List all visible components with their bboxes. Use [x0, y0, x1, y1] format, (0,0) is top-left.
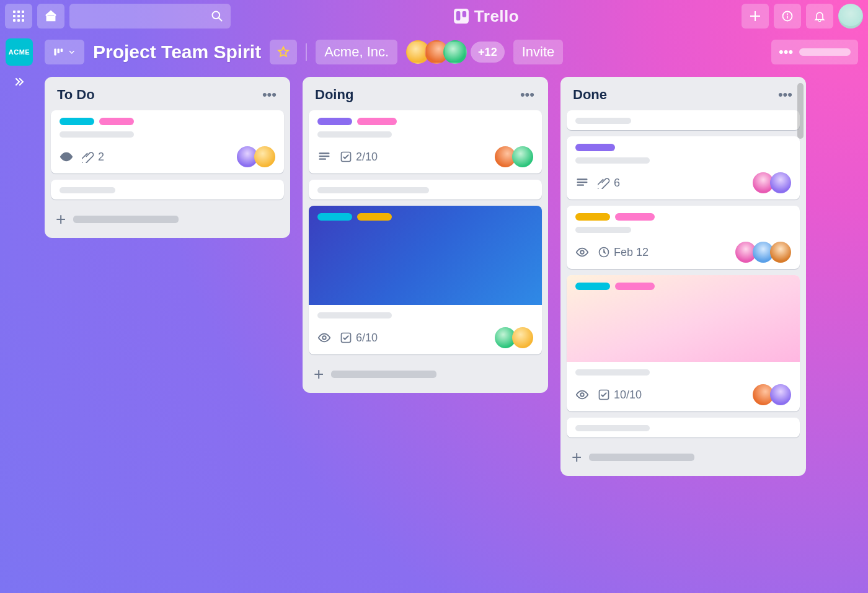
side-rail: ACME	[0, 32, 38, 593]
svg-rect-3	[13, 15, 16, 17]
card[interactable]: 2	[51, 110, 284, 174]
member-avatar[interactable]	[512, 146, 533, 167]
svg-rect-1	[17, 11, 20, 13]
app-logo: Trello	[236, 7, 737, 26]
card-title-placeholder	[317, 131, 392, 138]
attachments-count: 6	[614, 177, 620, 190]
invite-button[interactable]: Invite	[513, 40, 564, 64]
label-cyan[interactable]	[60, 118, 94, 125]
member-avatar[interactable]	[770, 172, 791, 193]
eye-icon	[317, 331, 331, 345]
label-pink[interactable]	[99, 118, 134, 125]
label-yellow[interactable]	[357, 213, 392, 221]
checklist-count: 2/10	[356, 151, 378, 164]
member-avatar[interactable]	[770, 242, 791, 263]
create-button[interactable]	[742, 4, 769, 29]
label-pink[interactable]	[615, 213, 655, 221]
board-title[interactable]: Project Team Spirit	[93, 42, 261, 63]
attachments-badge: 2	[82, 151, 104, 164]
card-labels	[575, 213, 791, 221]
board-view-switcher[interactable]	[45, 40, 84, 64]
card-members	[495, 327, 533, 348]
member-avatar[interactable]	[770, 384, 791, 405]
card-members	[495, 146, 533, 167]
description-badge	[575, 176, 589, 190]
label-yellow[interactable]	[575, 213, 610, 221]
apps-menu-button[interactable]	[5, 4, 32, 29]
card[interactable]	[309, 180, 542, 200]
search-input[interactable]	[69, 4, 231, 29]
card[interactable]: 6	[567, 136, 800, 200]
list-menu-button[interactable]: •••	[260, 87, 279, 103]
checklist-count: 6/10	[356, 332, 378, 345]
card[interactable]	[51, 180, 284, 200]
label-purple[interactable]	[317, 118, 352, 125]
add-card-placeholder	[589, 454, 694, 461]
board-members[interactable]: +12	[406, 40, 505, 64]
label-pink[interactable]	[357, 118, 397, 125]
add-card-button[interactable]: +	[51, 206, 284, 232]
list-header: To Do •••	[51, 84, 284, 104]
card[interactable]: 10/10	[567, 275, 800, 411]
home-button[interactable]	[37, 4, 64, 29]
list-title[interactable]: Doing	[315, 87, 353, 103]
svg-rect-17	[54, 49, 56, 56]
add-card-placeholder	[331, 371, 436, 378]
card[interactable]: Feb 12	[567, 206, 800, 269]
grid-icon	[12, 10, 25, 22]
star-board-button[interactable]	[270, 40, 297, 64]
card-title-placeholder	[575, 227, 631, 233]
list-menu-button[interactable]: •••	[518, 87, 537, 103]
attachments-count: 2	[98, 151, 104, 164]
list-title[interactable]: To Do	[57, 87, 95, 103]
list-scrollbar[interactable]	[797, 83, 804, 139]
plus-icon	[750, 11, 761, 22]
card[interactable]	[567, 110, 800, 130]
description-icon	[317, 150, 331, 164]
add-card-button[interactable]: +	[309, 361, 542, 387]
board-menu-button[interactable]: •••	[771, 40, 858, 64]
card-cover	[309, 206, 542, 305]
list-menu-button[interactable]: •••	[776, 87, 795, 103]
star-icon	[277, 45, 290, 59]
svg-rect-5	[22, 15, 24, 17]
member-avatar[interactable]	[443, 40, 467, 64]
notifications-button[interactable]	[806, 4, 833, 29]
expand-sidebar-button[interactable]	[11, 73, 28, 90]
checklist-badge: 10/10	[598, 389, 642, 402]
add-card-button[interactable]: +	[567, 444, 800, 470]
label-cyan[interactable]	[317, 213, 352, 221]
card-title-placeholder	[575, 118, 631, 124]
workspace-badge[interactable]: ACME	[6, 38, 33, 66]
label-purple[interactable]	[575, 144, 615, 151]
member-avatar[interactable]	[512, 327, 533, 348]
eye-icon	[60, 150, 73, 164]
list-doing: Doing •••	[303, 77, 548, 393]
checklist-icon	[340, 151, 352, 163]
eye-icon	[575, 388, 589, 402]
label-pink[interactable]	[615, 283, 655, 290]
card-labels	[575, 283, 655, 290]
card[interactable]	[567, 418, 800, 437]
info-button[interactable]	[774, 4, 801, 29]
svg-rect-7	[17, 19, 20, 22]
info-icon	[781, 10, 794, 22]
label-cyan[interactable]	[575, 283, 610, 290]
user-avatar[interactable]	[838, 4, 863, 29]
card[interactable]: 6/10	[309, 206, 542, 354]
checklist-badge: 2/10	[340, 151, 378, 164]
board-header: Project Team Spirit Acme, Inc. +12	[38, 32, 868, 72]
top-nav: Trello	[0, 0, 868, 32]
checklist-badge: 6/10	[340, 332, 378, 345]
team-label: Acme, Inc.	[324, 44, 389, 60]
card[interactable]: 2/10	[309, 110, 542, 174]
members-overflow[interactable]: +12	[471, 42, 505, 63]
list-title[interactable]: Done	[573, 87, 607, 103]
svg-point-24	[580, 250, 584, 254]
checklist-count: 10/10	[614, 389, 642, 402]
list-done: Done •••	[560, 77, 806, 476]
member-avatar[interactable]	[254, 146, 275, 167]
team-switcher[interactable]: Acme, Inc.	[316, 40, 397, 64]
app-window: Trello	[0, 0, 868, 593]
home-icon	[44, 9, 58, 23]
